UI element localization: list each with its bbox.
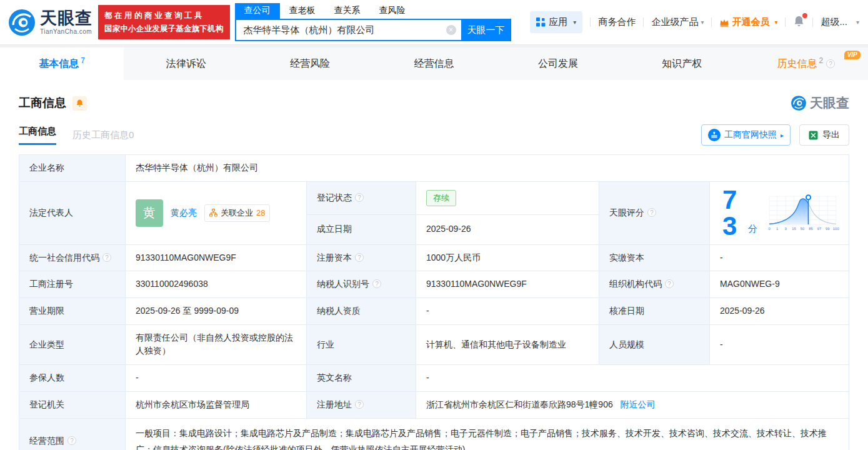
svg-text:1: 1	[776, 227, 778, 231]
table-row: 参保人数 - 英文名称 -	[19, 365, 849, 392]
help-icon[interactable]	[355, 253, 364, 262]
chevron-down-icon	[701, 19, 704, 26]
related-companies-badge[interactable]: 关联企业 28	[204, 204, 270, 222]
field-label: 核准日期	[599, 298, 710, 325]
company-nav-tabs: 基本信息 7 法律诉讼 经营风险 经营信息 公司发展 知识产权 VIP 历史信息…	[0, 48, 868, 80]
subtab-history-business-info[interactable]: 历史工商信息0	[72, 129, 134, 141]
company-name-value: 杰华特半导体（杭州）有限公司	[126, 155, 849, 182]
company-type-value: 有限责任公司（非自然人投资或控股的法人独资）	[126, 324, 307, 364]
monitor-bell-button[interactable]	[72, 96, 87, 111]
search-input[interactable]	[235, 19, 461, 41]
field-label: 纳税人资质	[307, 298, 416, 325]
tab-intellectual-property[interactable]: 知识产权	[620, 48, 744, 80]
field-label: 行业	[307, 324, 416, 364]
help-icon[interactable]	[102, 253, 111, 262]
search-tab-relation[interactable]: 查关系	[325, 3, 370, 19]
reg-address-cell: 浙江省杭州市余杭区仁和街道奉欣路98号1幢906 附近公司	[416, 391, 849, 418]
table-row: 企业名称 杰华特半导体（杭州）有限公司	[19, 155, 849, 182]
insured-count-value: -	[126, 365, 307, 392]
field-label: 注册资本	[307, 244, 416, 271]
notification-dot	[802, 13, 807, 18]
search-tab-boss[interactable]: 查老板	[280, 3, 325, 19]
tab-operating-risk[interactable]: 经营风险	[248, 48, 372, 80]
svg-text:100: 100	[833, 227, 840, 231]
search-tab-company[interactable]: 查公司	[235, 3, 280, 19]
field-label: 参保人数	[19, 365, 126, 392]
stamp-icon	[708, 129, 721, 141]
chevron-down-icon	[774, 19, 777, 26]
help-icon[interactable]	[355, 400, 364, 409]
export-button[interactable]: 导出	[799, 124, 849, 146]
business-term-value: 2025-09-26 至 9999-09-09	[126, 298, 307, 325]
field-label: 工商注册号	[19, 271, 126, 298]
promo-line2: 国家中小企业发展子基金旗下机构	[104, 22, 224, 36]
search-tabs: 查公司 查老板 查关系 查风险	[235, 3, 511, 19]
legal-rep-link[interactable]: 黄必亮	[171, 206, 197, 220]
table-row: 统一社会信用代码 91330110MAG0NWEG9F 注册资本 1000万人民…	[19, 244, 849, 271]
nav-business-cooperation[interactable]: 商务合作	[598, 16, 636, 28]
promo-banner: 都在用的商业查询工具 国家中小企业发展子基金旗下机构	[98, 5, 230, 39]
tab-legal[interactable]: 法律诉讼	[124, 48, 247, 80]
avatar[interactable]: 黄	[136, 199, 163, 227]
help-icon[interactable]	[67, 436, 76, 445]
score-distribution-chart: 0 1 3 15 50 85 97 99 100	[765, 189, 840, 238]
tianyancha-logo[interactable]: 天眼查 TianYanCha.com	[7, 8, 92, 37]
section-title: 工商信息	[19, 95, 66, 111]
field-label: 登记机关	[19, 391, 126, 418]
nav-enterprise-products[interactable]: 企业级产品	[651, 16, 704, 28]
industry-value: 计算机、通信和其他电子设备制造业	[416, 324, 599, 364]
tab-operating-info[interactable]: 经营信息	[372, 48, 496, 80]
nav-open-vip[interactable]: 开通会员	[719, 16, 777, 28]
apps-grid-icon	[536, 18, 546, 27]
table-row: 营业期限 2025-09-26 至 9999-09-09 纳税人资质 - 核准日…	[19, 298, 849, 325]
field-label: 登记状态	[307, 181, 416, 214]
apps-menu[interactable]: 应用	[530, 11, 582, 33]
reg-capital-value: 1000万人民币	[416, 244, 599, 271]
help-icon[interactable]	[647, 208, 656, 217]
tab-history-info[interactable]: VIP 历史信息 2	[744, 48, 868, 80]
chevron-down-icon	[856, 19, 859, 26]
table-row: 经营范围 一般项目：集成电路设计；集成电路芯片及产品制造；集成电路芯片及产品销售…	[19, 418, 849, 450]
field-label: 企业类型	[19, 324, 126, 364]
nearby-companies-link[interactable]: 附近公司	[621, 399, 656, 409]
field-label: 注册地址	[307, 391, 416, 418]
score-cell: 73 分	[710, 181, 849, 244]
field-label: 组织机构代码	[599, 271, 710, 298]
field-label: 纳税人识别号	[307, 271, 416, 298]
notification-bell[interactable]	[793, 15, 805, 29]
official-snapshot-button[interactable]: 工商官网快照	[701, 124, 791, 146]
credit-code-value: 91330110MAG0NWEG9F	[126, 244, 307, 271]
user-menu[interactable]: 超级...	[821, 16, 859, 28]
brand-domain: TianYanCha.com	[40, 29, 92, 35]
score-value: 73	[722, 187, 746, 239]
table-row: 登记机关 杭州市余杭区市场监督管理局 注册地址 浙江省杭州市余杭区仁和街道奉欣路…	[19, 391, 849, 418]
taxpayer-id-value: 91330110MAG0NWEG9F	[416, 271, 599, 298]
subtab-business-info[interactable]: 工商信息	[19, 126, 56, 145]
business-info-table: 企业名称 杰华特半导体（杭州）有限公司 法定代表人 黄 黄必亮 关联企业 28	[19, 154, 849, 450]
field-label: 英文名称	[307, 365, 416, 392]
help-icon[interactable]	[665, 279, 674, 288]
help-icon[interactable]	[355, 193, 364, 202]
help-icon[interactable]	[372, 279, 381, 288]
table-row: 法定代表人 黄 黄必亮 关联企业 28 登记状态	[19, 181, 849, 214]
tianyancha-logo-icon	[791, 95, 807, 111]
divider	[812, 18, 813, 27]
chevron-down-icon	[573, 19, 576, 26]
search-button[interactable]: 天眼一下	[461, 19, 511, 41]
reg-status-cell: 存续	[416, 181, 599, 214]
tab-count: 7	[81, 56, 85, 65]
excel-icon	[809, 131, 818, 140]
help-icon[interactable]	[826, 59, 835, 68]
tab-company-development[interactable]: 公司发展	[496, 48, 620, 80]
apps-label: 应用	[549, 16, 567, 28]
field-label: 成立日期	[307, 214, 416, 244]
legal-rep-cell: 黄 黄必亮 关联企业 28	[126, 181, 307, 244]
brand-name: 天眼查	[40, 10, 92, 27]
search-tab-risk[interactable]: 查风险	[370, 3, 415, 19]
svg-text:50: 50	[801, 227, 805, 231]
score-marker-pin	[806, 195, 811, 199]
tab-basic-info[interactable]: 基本信息 7	[0, 48, 124, 80]
field-label: 天眼评分	[599, 181, 710, 244]
clear-icon[interactable]	[446, 25, 456, 35]
svg-text:97: 97	[817, 227, 822, 231]
